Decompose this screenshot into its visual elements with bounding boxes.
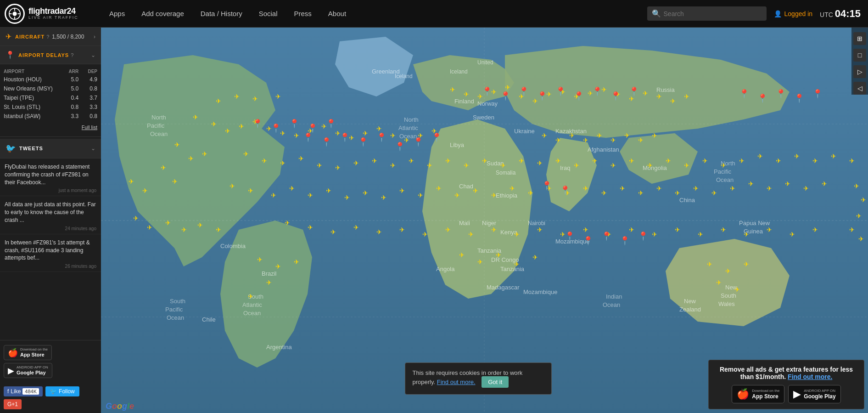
delays-label: AIRPORT DELAYS [18,52,69,58]
nav-data-history[interactable]: Data / History [192,0,251,28]
airport-delays-header[interactable]: 📍 AIRPORT DELAYS ? ⌄ [0,46,101,64]
delays-help-icon[interactable]: ? [71,52,73,58]
svg-text:✈: ✈ [473,187,478,194]
aircraft-row[interactable]: ✈ AIRCRAFT ? 1,500 / 8,200 › [0,28,101,46]
user-icon: 👤 [774,10,782,17]
svg-text:📍: 📍 [565,231,575,241]
top-navigation: flightradar24 LIVE AIR TRAFFIC Apps Add … [0,0,868,28]
promo-appstore-top: Download on the [752,389,779,393]
svg-text:✈: ✈ [491,192,497,199]
svg-text:✈: ✈ [399,187,405,194]
dep-cell: 3.7 [82,93,101,102]
svg-text:North: North [404,116,419,123]
svg-text:✈: ✈ [739,157,745,164]
logged-in-label: Logged in [784,10,813,17]
nav-about[interactable]: About [320,0,354,28]
tweets-label: TWEETS [19,146,43,151]
aircraft-help-icon[interactable]: ? [46,34,49,40]
nav-apps[interactable]: Apps [101,0,133,28]
gplus-button[interactable]: G+1 [4,399,22,409]
svg-text:✈: ✈ [684,162,689,169]
map-control-btn-3[interactable]: ▷ [853,65,866,78]
svg-text:📍: 📍 [560,185,571,195]
svg-text:✈: ✈ [532,254,538,261]
svg-text:📍: 📍 [519,86,529,96]
svg-text:Iceland: Iceland [450,68,468,75]
svg-text:✈: ✈ [409,157,414,164]
search-bar[interactable]: 🔍 [647,6,767,21]
svg-text:✈: ✈ [647,162,653,169]
cookie-notice: This site requires cookies in order to w… [405,362,552,395]
svg-text:📍: 📍 [326,119,336,129]
search-input[interactable] [664,10,762,17]
utc-time: 04:15 [835,8,861,19]
svg-text:✈: ✈ [643,90,648,97]
delays-icon: 📍 [6,51,15,59]
utc-label: UTC [820,11,833,18]
svg-text:✈: ✈ [422,231,428,238]
map-controls-panel: ⊞ □ ▷ ◁ [851,28,868,95]
dep-cell: 4.9 [82,75,101,84]
svg-text:Sweden: Sweden [473,114,494,121]
svg-text:✈: ✈ [822,180,827,187]
cookie-link[interactable]: Find out more. [437,379,476,385]
map-control-btn-1[interactable]: ⊞ [853,32,866,45]
svg-text:✈: ✈ [537,159,543,167]
svg-text:✈: ✈ [271,192,276,199]
promo-android-icon: ▶ [793,388,801,400]
tweet-item: FlyDubai has released a statement confir… [0,158,101,196]
svg-text:✈: ✈ [445,157,451,164]
svg-text:✈: ✈ [317,162,322,169]
tweet-text: FlyDubai has released a statement confir… [5,163,96,186]
arr-cell: 0.4 [63,93,82,102]
airport-cell: New Orleans (MSY) [0,84,63,93]
promo-appstore-button[interactable]: 🍎 Download on the App Store [732,385,784,403]
map-control-btn-2[interactable]: □ [853,49,866,62]
svg-text:✈: ✈ [326,187,331,194]
svg-text:✈: ✈ [574,162,579,169]
svg-text:Ocean: Ocean [243,310,261,317]
promo-box: Remove all ads & get extra features for … [708,360,864,409]
twitter-follow-button[interactable]: 🐦 Follow [45,386,79,396]
user-area[interactable]: 👤 Logged in [774,10,813,17]
svg-text:✈: ✈ [629,157,634,164]
svg-text:✈: ✈ [519,157,524,164]
full-list-link[interactable]: Full list [82,124,97,130]
svg-text:📍: 📍 [308,123,318,133]
svg-text:✈: ✈ [730,185,735,192]
search-icon: 🔍 [652,9,661,18]
googleplay-button[interactable]: ▶ ANDROID APP ON Google Play [4,363,52,378]
svg-text:📍: 📍 [776,89,786,99]
svg-text:✈: ✈ [445,226,451,233]
table-row: Istanbul (SAW) 3.3 0.8 [0,112,101,121]
promo-googleplay-button[interactable]: ▶ ANDROID APP ON Google Play [788,385,840,403]
svg-text:✈: ✈ [757,153,763,160]
svg-text:✈: ✈ [656,93,662,100]
svg-text:✈: ✈ [744,260,749,268]
svg-text:✈: ✈ [861,196,866,204]
logo-area[interactable]: flightradar24 LIVE AIR TRAFFIC [0,4,101,24]
nav-press[interactable]: Press [286,0,320,28]
facebook-like-button[interactable]: f Like 484K [4,386,43,396]
svg-text:✈: ✈ [450,86,455,93]
svg-text:✈: ✈ [234,93,240,100]
svg-text:Pacific: Pacific [147,122,165,129]
nav-social[interactable]: Social [251,0,286,28]
svg-text:Somalia: Somalia [496,170,516,176]
appstore-button[interactable]: 🍎 Download on the App Store [4,345,52,360]
svg-text:📍: 📍 [794,93,805,103]
map-area[interactable]: North Pacific Ocean North Atlantic Ocean… [101,28,868,413]
svg-text:📍: 📍 [592,86,603,96]
tweets-header[interactable]: 🐦 TWEETS ⌄ [0,139,101,158]
svg-text:✈: ✈ [459,251,465,259]
map-control-btn-4[interactable]: ◁ [853,82,866,95]
svg-text:Brazil: Brazil [262,270,277,277]
svg-text:✈: ✈ [161,164,166,171]
svg-text:✈: ✈ [638,136,644,144]
svg-text:📍: 📍 [303,132,314,142]
cookie-accept-button[interactable]: Got it [482,376,509,388]
svg-text:✈: ✈ [477,258,483,266]
nav-add-coverage[interactable]: Add coverage [133,0,192,28]
svg-text:📍: 📍 [482,86,493,96]
promo-link[interactable]: Find out more. [788,373,832,380]
